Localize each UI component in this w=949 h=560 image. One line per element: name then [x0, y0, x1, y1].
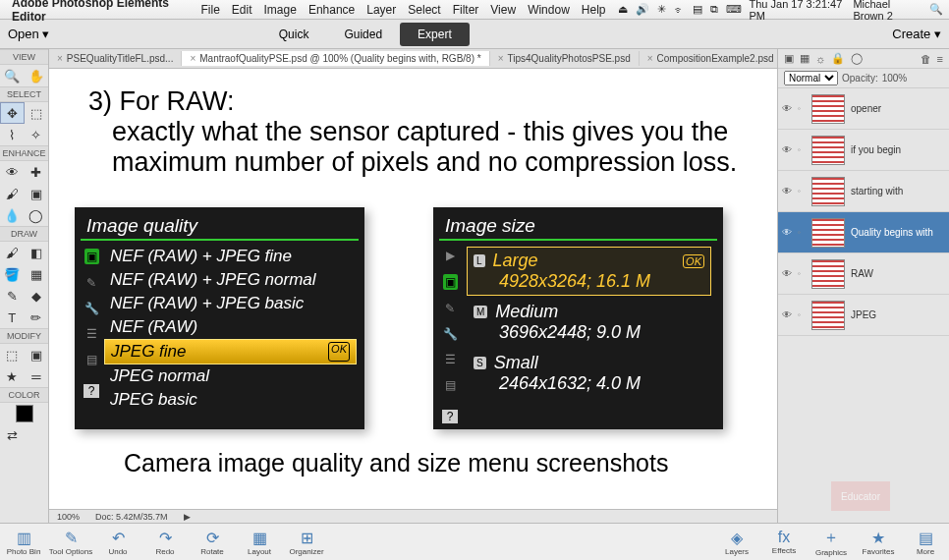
visibility-icon[interactable]: 👁 [782, 268, 792, 279]
zoom-tool[interactable]: 🔍 [0, 65, 25, 86]
close-icon[interactable]: × [647, 53, 653, 64]
wand-tool[interactable]: ✧ [25, 124, 49, 145]
straighten-tool[interactable]: ═ [25, 365, 49, 387]
menu-edit[interactable]: Edit [232, 3, 252, 17]
layer-row[interactable]: 👁◦RAW [778, 253, 949, 295]
crop-tool[interactable]: ⬚ [0, 344, 25, 365]
blur-tool[interactable]: 💧 [0, 204, 25, 226]
layer-row[interactable]: 👁◦Quality begins with [778, 212, 949, 253]
menu-select[interactable]: Select [408, 3, 440, 17]
eraser-tool[interactable]: ◧ [25, 242, 49, 263]
menu-filter[interactable]: Filter [453, 3, 479, 17]
zoom-level[interactable]: 100% [57, 512, 80, 522]
sync-icon[interactable]: ✳ [657, 3, 666, 16]
open-menu[interactable]: Open ▾ [8, 27, 49, 41]
visibility-icon[interactable]: 👁 [782, 309, 792, 320]
redo-button[interactable]: ↷Redo [141, 529, 189, 556]
heal-tool[interactable]: ✚ [25, 161, 49, 183]
cookie-tool[interactable]: ★ [0, 365, 25, 387]
visibility-icon[interactable]: 👁 [782, 186, 792, 196]
panel-menu-icon[interactable]: ≡ [937, 53, 943, 65]
arrow-icon[interactable]: ▶ [184, 512, 191, 522]
clone-tool[interactable]: ▣ [25, 183, 49, 204]
menu-layer[interactable]: Layer [366, 3, 396, 17]
mode-guided[interactable]: Guided [326, 23, 400, 46]
section-select: SELECT [0, 86, 48, 102]
wifi-icon[interactable]: ᯤ [674, 4, 685, 16]
canvas[interactable]: 3) For RAW: exactly what the sensor capt… [49, 69, 777, 509]
menu-image[interactable]: Image [264, 3, 297, 17]
brush-tool[interactable]: 🖌 [0, 242, 25, 263]
clock[interactable]: Thu Jan 17 3:21:47 PM [750, 0, 846, 22]
layer-thumbnail [811, 301, 845, 330]
visibility-icon[interactable]: 👁 [782, 103, 792, 114]
layer-row[interactable]: 👁◦if you begin [778, 130, 949, 171]
caption: Camera image quality and size menu scree… [124, 449, 757, 477]
menu-file[interactable]: File [201, 3, 220, 17]
sponge-tool[interactable]: ◯ [25, 204, 49, 226]
photo-bin-button[interactable]: ▥Photo Bin [0, 529, 47, 556]
fx-icon[interactable]: ☼ [815, 53, 825, 65]
gradient-tool[interactable]: ▦ [25, 263, 49, 285]
wifi-icon[interactable]: ⏏ [618, 3, 628, 16]
redeye-tool[interactable]: 👁 [0, 161, 25, 183]
close-icon[interactable]: × [190, 53, 195, 64]
hand-tool[interactable]: ✋ [25, 65, 49, 86]
shape-tool[interactable]: ◆ [25, 285, 49, 307]
spotlight-icon[interactable]: 🔍 [929, 3, 943, 16]
marquee-tool[interactable]: ⬚ [25, 102, 48, 124]
menu-enhance[interactable]: Enhance [308, 3, 355, 17]
create-menu[interactable]: Create ▾ [892, 27, 941, 41]
menu-view[interactable]: View [490, 3, 516, 17]
tab-0[interactable]: ×PSEQualityTitleFL.psd... [49, 51, 182, 66]
tab-1[interactable]: ×MantraofQualityPSE.psd @ 100% (Quality … [182, 51, 489, 66]
foreground-color[interactable] [16, 405, 33, 422]
layers-button[interactable]: ◈Layers [713, 528, 760, 557]
visibility-icon[interactable]: 👁 [782, 227, 792, 238]
layer-row[interactable]: 👁◦JPEG [778, 295, 949, 336]
layer-name: Quality begins with [851, 227, 933, 238]
favorites-button[interactable]: ★Favorites [855, 528, 902, 557]
tool-options-button[interactable]: ✎Tool Options [47, 529, 94, 556]
close-icon[interactable]: × [498, 53, 504, 64]
trash-icon[interactable]: 🗑 [921, 53, 931, 65]
group-icon[interactable]: ▦ [800, 52, 809, 65]
mask-icon[interactable]: ◯ [851, 52, 863, 65]
effects-button[interactable]: fxEffects [760, 528, 808, 557]
move-tool[interactable]: ✥ [0, 102, 25, 124]
tab-2[interactable]: ×Tips4QualityPhotosPSE.psd [490, 51, 640, 66]
keyboard-icon[interactable]: ⌨ [726, 3, 742, 16]
menu-help[interactable]: Help [582, 3, 606, 17]
rotate-button[interactable]: ⟳Rotate [189, 529, 236, 556]
recompose-tool[interactable]: ▣ [25, 344, 49, 365]
lasso-tool[interactable]: ⌇ [0, 124, 25, 145]
visibility-icon[interactable]: 👁 [782, 144, 792, 155]
bottom-toolbar: ▥Photo Bin ✎Tool Options ↶Undo ↷Redo ⟳Ro… [0, 523, 949, 560]
mode-quick[interactable]: Quick [261, 23, 327, 46]
picker-tool[interactable]: ✎ [0, 285, 25, 307]
swap-colors[interactable]: ⇄ [0, 424, 25, 446]
bucket-tool[interactable]: 🪣 [0, 263, 25, 285]
tab-3[interactable]: ×CompositionExample2.psd [640, 51, 783, 66]
volume-icon[interactable]: 🔊 [636, 3, 649, 16]
layer-row[interactable]: 👁◦opener [778, 88, 949, 130]
new-layer-icon[interactable]: ▣ [784, 52, 794, 65]
organizer-button[interactable]: ⊞Organizer [283, 529, 330, 556]
lock-icon[interactable]: 🔒 [831, 52, 845, 65]
system-icon[interactable]: ⧉ [710, 3, 718, 16]
opacity-value[interactable]: 100% [882, 73, 908, 84]
menu-window[interactable]: Window [528, 3, 570, 17]
layout-button[interactable]: ▦Layout [236, 529, 283, 556]
flag-icon[interactable]: ▤ [693, 3, 702, 16]
graphics-button[interactable]: ＋Graphics [808, 528, 855, 557]
more-button[interactable]: ▤More [902, 528, 949, 557]
user-name[interactable]: Michael Brown 2 [853, 0, 921, 22]
pencil-tool[interactable]: ✏ [25, 307, 49, 328]
text-tool[interactable]: T [0, 307, 25, 328]
undo-button[interactable]: ↶Undo [94, 529, 141, 556]
blend-mode-select[interactable]: Normal [784, 71, 838, 85]
close-icon[interactable]: × [57, 53, 63, 64]
smart-brush-tool[interactable]: 🖌 [0, 183, 25, 204]
layer-row[interactable]: 👁◦starting with [778, 171, 949, 212]
mode-expert[interactable]: Expert [400, 23, 470, 46]
